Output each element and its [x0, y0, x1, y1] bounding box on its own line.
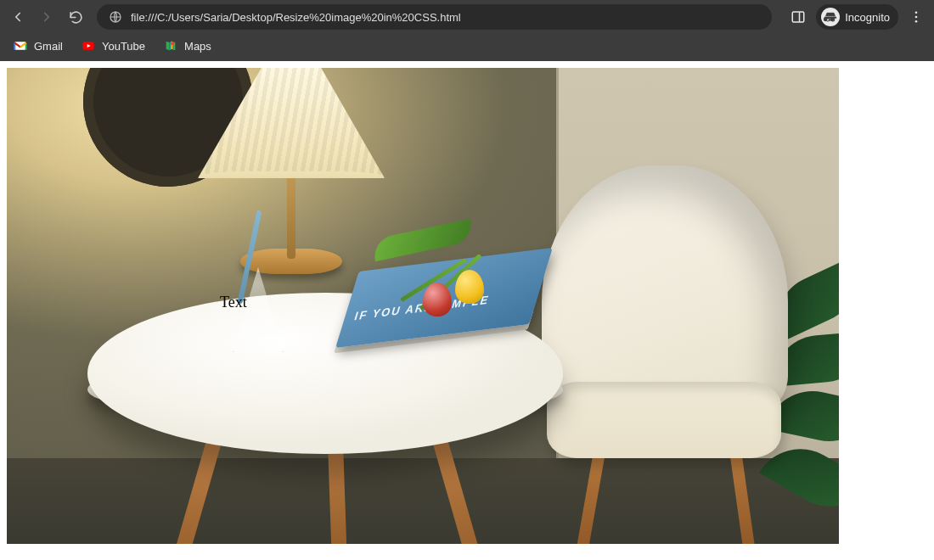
url-text: file:///C:/Users/Saria/Desktop/Resize%20…	[131, 11, 461, 24]
incognito-chip[interactable]: Incognito	[816, 4, 898, 30]
svg-point-6	[915, 16, 918, 19]
svg-rect-1	[792, 12, 804, 22]
toolbar-right: Incognito	[780, 4, 929, 30]
page-viewport[interactable]: IF YOU ARE SIMPLE Text	[0, 61, 934, 557]
maps-icon	[164, 39, 177, 53]
gmail-icon	[14, 39, 27, 53]
bookmarks-bar: Gmail YouTube Maps	[0, 34, 934, 61]
chair	[525, 165, 805, 539]
reload-button[interactable]	[63, 4, 88, 30]
bookmark-gmail[interactable]: Gmail	[5, 36, 71, 56]
tulip-yellow	[455, 270, 484, 304]
bookmark-label: YouTube	[102, 40, 145, 53]
incognito-label: Incognito	[845, 11, 890, 24]
svg-point-5	[915, 11, 918, 14]
bookmark-maps[interactable]: Maps	[155, 36, 220, 56]
toolbar: file:///C:/Users/Saria/Desktop/Resize%20…	[0, 0, 934, 34]
forward-button[interactable]	[34, 4, 59, 30]
side-panel-button[interactable]	[785, 4, 811, 30]
overlay-text: Text	[220, 294, 247, 311]
kebab-menu-button[interactable]	[903, 4, 929, 30]
back-button[interactable]	[5, 4, 31, 30]
photo-illustration: IF YOU ARE SIMPLE	[7, 68, 839, 544]
resized-image: IF YOU ARE SIMPLE Text	[7, 68, 839, 544]
spacer	[7, 544, 927, 557]
pen-stand	[224, 267, 292, 361]
bookmark-label: Gmail	[34, 40, 63, 53]
tulip-red	[423, 283, 452, 316]
svg-point-3	[827, 19, 830, 21]
bookmark-label: Maps	[184, 40, 211, 53]
address-bar[interactable]: file:///C:/Users/Saria/Desktop/Resize%20…	[97, 4, 772, 30]
svg-point-11	[171, 42, 174, 45]
incognito-icon	[821, 8, 840, 26]
browser-chrome: file:///C:/Users/Saria/Desktop/Resize%20…	[0, 0, 934, 61]
page-body: IF YOU ARE SIMPLE Text	[0, 61, 934, 557]
youtube-icon	[82, 39, 95, 53]
globe-icon	[109, 10, 122, 24]
svg-point-7	[915, 20, 918, 23]
bookmark-youtube[interactable]: YouTube	[73, 36, 154, 56]
svg-rect-8	[14, 42, 25, 49]
